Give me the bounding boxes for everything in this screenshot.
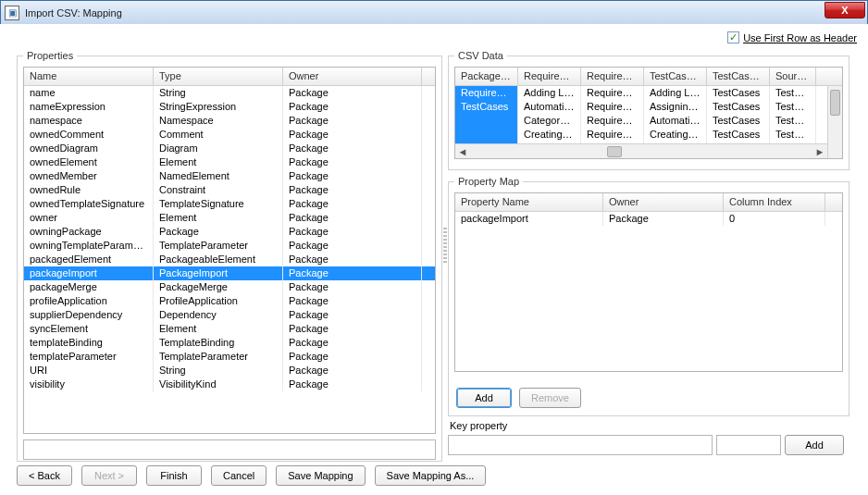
property-map-body[interactable]: packageImportPackage0: [455, 212, 842, 371]
table-cell: Comment: [154, 128, 283, 142]
properties-col-name[interactable]: Name: [24, 68, 154, 85]
close-button[interactable]: X: [825, 2, 865, 19]
table-row[interactable]: ownedCommentCommentPackage: [24, 128, 435, 142]
table-row[interactable]: RequirementAdding Local...RequirementAdd…: [455, 86, 842, 100]
table-row[interactable]: ownerElementPackage: [24, 211, 435, 225]
pmap-col-index[interactable]: Column Index: [724, 193, 825, 211]
table-row[interactable]: Creating Ne...RequirementCreating Ne...T…: [455, 128, 842, 142]
table-row[interactable]: namespaceNamespacePackage: [24, 114, 435, 128]
table-row[interactable]: ownedTemplateSignatureTemplateSignatureP…: [24, 197, 435, 211]
table-cell: Requirement: [581, 86, 644, 100]
table-row[interactable]: URIStringPackage: [24, 364, 435, 377]
table-cell: ownedDiagram: [24, 142, 154, 155]
save-mapping-as-button[interactable]: Save Mapping As...: [375, 465, 487, 486]
table-cell: Package: [283, 280, 422, 294]
csv-table-body[interactable]: RequirementAdding Local...RequirementAdd…: [455, 86, 842, 143]
propmap-add-button[interactable]: Add: [456, 388, 512, 408]
table-cell: String: [154, 86, 283, 100]
table-cell: TestCa...: [770, 128, 816, 142]
app-icon: ▣: [5, 6, 19, 20]
csv-scroll-right-icon[interactable]: ►: [812, 145, 827, 158]
property-map-table[interactable]: Property Name Owner Column Index package…: [454, 192, 843, 372]
table-cell: Package: [283, 322, 422, 336]
csv-col-5[interactable]: Source...: [770, 68, 816, 85]
table-row[interactable]: packageMergePackageMergePackage: [24, 280, 435, 294]
table-row[interactable]: owningTemplateParameterTemplateParameter…: [24, 239, 435, 253]
use-first-row-label[interactable]: Use First Row as Header: [743, 32, 857, 43]
csv-col-1[interactable]: Requiremen...: [518, 68, 581, 85]
finish-button[interactable]: Finish: [146, 465, 202, 486]
table-cell: [455, 114, 518, 128]
properties-table-body[interactable]: nameStringPackagenameExpressionStringExp…: [24, 86, 435, 415]
table-row[interactable]: templateBindingTemplateBindingPackage: [24, 336, 435, 350]
table-row[interactable]: TestCasesAutomaticall...RequirementAssig…: [455, 100, 842, 114]
splitter[interactable]: [443, 61, 447, 450]
properties-col-type[interactable]: Type: [154, 68, 283, 85]
table-cell: Package: [283, 183, 422, 197]
pmap-col-owner[interactable]: Owner: [603, 193, 724, 211]
table-cell: Automaticall...: [518, 100, 581, 114]
table-cell: TestCases: [707, 128, 770, 142]
table-row[interactable]: nameStringPackage: [24, 86, 435, 100]
table-row[interactable]: ownedElementElementPackage: [24, 155, 435, 169]
table-row[interactable]: nameExpressionStringExpressionPackage: [24, 100, 435, 114]
csv-col-4[interactable]: TestCaseO...: [707, 68, 770, 85]
save-mapping-button[interactable]: Save Mapping: [276, 465, 365, 486]
table-row[interactable]: packageImportPackage0: [455, 212, 842, 226]
table-cell: TemplateBinding: [154, 336, 283, 350]
table-cell: PackageMerge: [154, 280, 283, 294]
csv-hscrollbar[interactable]: ◄ ►: [455, 143, 827, 158]
key-property-left-input[interactable]: [448, 435, 713, 455]
table-row[interactable]: packagedElementPackageableElementPackage: [24, 253, 435, 266]
table-row[interactable]: packageImportPackageImportPackage: [24, 266, 435, 280]
csv-col-3[interactable]: TestCaseN...: [644, 68, 707, 85]
table-row[interactable]: Category Ty...RequirementAutomaticall...…: [455, 114, 842, 128]
cancel-button[interactable]: Cancel: [211, 465, 267, 486]
csv-col-2[interactable]: Requireme...: [581, 68, 644, 85]
csv-scroll-left-icon[interactable]: ◄: [455, 145, 470, 158]
table-cell: Package: [283, 114, 422, 128]
table-cell: Assigning Pr...: [644, 100, 707, 114]
table-row[interactable]: supplierDependencyDependencyPackage: [24, 308, 435, 322]
table-cell: NamedElement: [154, 169, 283, 183]
next-button[interactable]: Next >: [81, 465, 137, 486]
table-cell: Package: [283, 253, 422, 266]
properties-filter-input[interactable]: [23, 439, 436, 460]
table-row[interactable]: templateParameterTemplateParameterPackag…: [24, 350, 435, 364]
table-cell: TestCases: [455, 100, 518, 114]
csv-table[interactable]: PackageNa... Requiremen... Requireme... …: [454, 67, 843, 159]
properties-col-owner[interactable]: Owner: [283, 68, 422, 85]
table-row[interactable]: ownedMemberNamedElementPackage: [24, 169, 435, 183]
csv-col-0[interactable]: PackageNa...: [455, 68, 518, 85]
key-property-add-button[interactable]: Add: [785, 435, 844, 455]
csv-vscrollbar[interactable]: [827, 86, 842, 158]
table-cell: [455, 128, 518, 142]
table-cell: Constraint: [154, 183, 283, 197]
properties-table[interactable]: Name Type Owner nameStringPackagenameExp…: [23, 67, 436, 434]
pmap-col-name[interactable]: Property Name: [455, 193, 603, 211]
table-row[interactable]: owningPackagePackagePackage: [24, 225, 435, 239]
table-cell: TemplateParameter: [154, 239, 283, 253]
csv-hscroll-thumb[interactable]: [607, 146, 622, 157]
propmap-remove-button[interactable]: Remove: [519, 388, 581, 408]
key-property-right-input[interactable]: [716, 435, 781, 455]
table-row[interactable]: ownedDiagramDiagramPackage: [24, 142, 435, 155]
table-cell: Element: [154, 155, 283, 169]
table-row[interactable]: profileApplicationProfileApplicationPack…: [24, 294, 435, 308]
back-button[interactable]: < Back: [17, 465, 72, 486]
use-first-row-checkbox[interactable]: [727, 31, 739, 43]
splitter-grip[interactable]: [443, 228, 447, 265]
table-row[interactable]: syncElementElementPackage: [24, 322, 435, 336]
property-map-group: Property Map Property Name Owner Column …: [448, 176, 849, 416]
table-row[interactable]: ownedRuleConstraintPackage: [24, 183, 435, 197]
table-cell: TemplateSignature: [154, 197, 283, 211]
table-cell: Requirement: [581, 100, 644, 114]
table-cell: Requirement: [455, 86, 518, 100]
table-row[interactable]: visibilityVisibilityKindPackage: [24, 377, 435, 391]
table-cell: Package: [603, 212, 724, 226]
table-cell: TemplateParameter: [154, 350, 283, 364]
table-cell: PackageImport: [154, 266, 283, 280]
table-cell: ownedComment: [24, 128, 154, 142]
table-cell: Requirement: [581, 128, 644, 142]
table-cell: packagedElement: [24, 253, 154, 266]
